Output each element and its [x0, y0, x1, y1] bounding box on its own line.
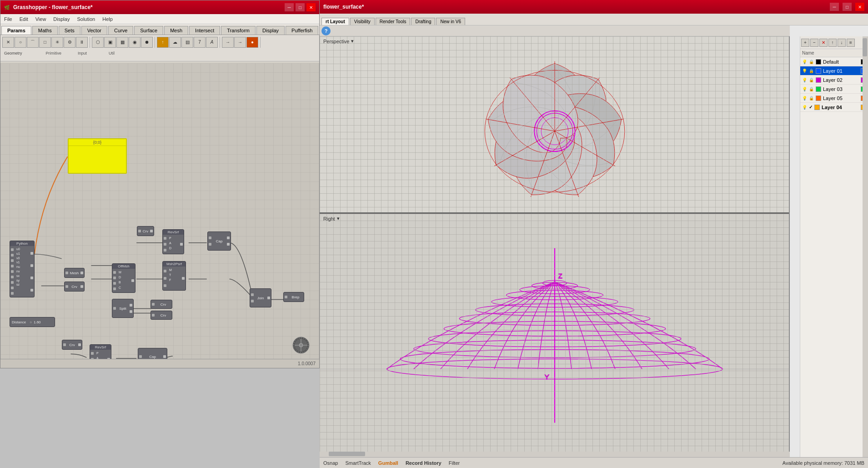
tab-display[interactable]: Display: [256, 26, 285, 35]
tb-circle-btn[interactable]: ○: [15, 37, 26, 48]
tab-maths[interactable]: Maths: [32, 26, 58, 35]
python-node[interactable]: Python u0u1v0v1 nunvsxsysz: [10, 241, 35, 297]
panel-node[interactable]: {0;0}: [68, 138, 127, 174]
status-osnap[interactable]: Osnap: [323, 460, 338, 466]
tb-gear-btn[interactable]: ⚙: [64, 37, 75, 48]
tb-input2[interactable]: ☁: [169, 37, 181, 48]
menu-view[interactable]: View: [32, 15, 50, 23]
tb-input5[interactable]: A: [206, 37, 218, 48]
rhino-minimize[interactable]: ─: [830, 3, 839, 11]
tab-vector[interactable]: Vector: [81, 26, 107, 35]
rhino-maximize[interactable]: □: [843, 3, 852, 11]
layer-default-color[interactable]: [816, 59, 821, 65]
gh-close-btn[interactable]: ✕: [306, 3, 316, 11]
crv-split-b[interactable]: Crv: [151, 311, 172, 320]
layer-delete-btn[interactable]: −: [810, 39, 818, 47]
tb-prim1[interactable]: ⬡: [92, 37, 104, 48]
layer-01-color[interactable]: [816, 68, 821, 74]
help-btn[interactable]: ?: [321, 26, 331, 35]
crv-node-feed[interactable]: Crv: [137, 226, 154, 236]
status-record-history[interactable]: Record History: [406, 460, 442, 466]
layer-x-btn[interactable]: ✕: [819, 39, 828, 47]
tab-mesh[interactable]: Mesh: [164, 26, 188, 35]
layer-04[interactable]: 💡 ✓ Layer 04: [800, 103, 868, 112]
menu-edit[interactable]: Edit: [16, 15, 32, 23]
gh-minimize-btn[interactable]: ─: [285, 3, 294, 11]
tab-params[interactable]: Params: [1, 26, 31, 35]
tb-arc-btn[interactable]: ⌒: [27, 37, 39, 48]
tb-input4[interactable]: 7: [194, 37, 206, 48]
tb-input3[interactable]: ▤: [181, 37, 193, 48]
tb-box-btn[interactable]: □: [39, 37, 51, 48]
layer-add-btn[interactable]: +: [801, 39, 809, 47]
tab-surface[interactable]: Surface: [134, 26, 163, 35]
menu-help[interactable]: Help: [99, 15, 116, 23]
layer-expand-btn[interactable]: ≡: [847, 39, 855, 47]
status-gumball[interactable]: Gumball: [378, 460, 398, 466]
cap-node1[interactable]: Cap: [207, 231, 231, 251]
tb-input1[interactable]: ↑: [157, 37, 169, 48]
viewport-right[interactable]: Right ▾: [320, 214, 790, 457]
msh2psrf-node[interactable]: Msh2Psrf MTF: [162, 261, 186, 291]
layer-01[interactable]: 💡 🔒 Layer 01: [800, 66, 868, 75]
gh-canvas[interactable]: {0;0} Python u0u1v0v1 nun: [0, 63, 319, 368]
tb-x-btn[interactable]: ✕: [2, 37, 14, 48]
layer-up-btn[interactable]: ↑: [828, 39, 837, 47]
tb-util3[interactable]: ●: [246, 37, 258, 48]
rtab-new[interactable]: New in V6: [436, 18, 465, 25]
tb-util1[interactable]: →: [222, 37, 234, 48]
tab-intersect[interactable]: Intersect: [189, 26, 220, 35]
nav-cube[interactable]: [292, 336, 310, 354]
tb-prim2[interactable]: ▣: [104, 37, 116, 48]
rtab-drafting[interactable]: Drafting: [411, 18, 435, 25]
crv-node-top[interactable]: Crv: [64, 282, 85, 292]
right-label-container[interactable]: Right ▾: [323, 216, 340, 221]
rhino-scrollbar-v[interactable]: [863, 36, 868, 457]
split-node[interactable]: Split: [112, 299, 134, 318]
status-smarttrack[interactable]: SmartTrack: [345, 460, 371, 466]
rtab-render[interactable]: Render Tools: [376, 18, 411, 25]
rhino-scrollbar-h[interactable]: [320, 452, 790, 457]
rhino-close[interactable]: ✕: [855, 3, 864, 11]
tab-sets[interactable]: Sets: [59, 26, 80, 35]
vp-perspective-bg: Perspective ▾: [320, 36, 790, 212]
tab-transform[interactable]: Transform: [221, 26, 256, 35]
geometry-label: Geometry: [4, 51, 22, 55]
right-dropdown-icon[interactable]: ▾: [337, 216, 340, 221]
tb-prim3[interactable]: ▦: [116, 37, 128, 48]
layer-default[interactable]: 💡 🔒 Default: [800, 57, 868, 66]
layer-03[interactable]: 💡 🔒 Layer 03: [800, 85, 868, 94]
tab-pufferfish[interactable]: Pufferfish: [286, 26, 318, 35]
layer-down-btn[interactable]: ↓: [838, 39, 846, 47]
mesh-node[interactable]: Mesh: [64, 268, 85, 278]
layer-04-color[interactable]: [814, 105, 820, 110]
rtab-layout[interactable]: rt Layout: [321, 18, 349, 25]
tb-prim4[interactable]: ◉: [129, 37, 140, 48]
menu-solution[interactable]: Solution: [73, 15, 99, 23]
menu-file[interactable]: File: [0, 15, 16, 23]
rtab-visibility[interactable]: Visibility: [350, 18, 375, 25]
menu-display[interactable]: Display: [50, 15, 73, 23]
perspective-label-container[interactable]: Perspective ▾: [323, 38, 354, 44]
tb-util2[interactable]: →: [234, 37, 246, 48]
tb-prim5[interactable]: ⏺: [141, 37, 153, 48]
perspective-dropdown-icon[interactable]: ▾: [351, 38, 354, 44]
tab-curve[interactable]: Curve: [108, 26, 133, 35]
layer-02-color[interactable]: [816, 77, 821, 83]
layer-03-color[interactable]: [816, 86, 821, 92]
distance-node[interactable]: Distance ○ 1.60: [10, 317, 55, 327]
layer-05-color[interactable]: [816, 96, 821, 101]
viewport-perspective[interactable]: Perspective ▾: [320, 36, 790, 214]
tb-pause-btn[interactable]: ⏸: [76, 37, 88, 48]
layer-05[interactable]: 💡 🔒 Layer 05: [800, 94, 868, 103]
crv-bottom-left[interactable]: Crv: [62, 340, 82, 350]
revsrf-node1[interactable]: RevSrf PAD: [162, 229, 184, 254]
brep-node[interactable]: Brep: [283, 292, 304, 302]
status-filter[interactable]: Filter: [449, 460, 460, 466]
tb-sun-btn[interactable]: ✳: [51, 37, 63, 48]
crv-split-a[interactable]: Crv: [151, 300, 172, 309]
gh-maximize-btn[interactable]: □: [296, 3, 305, 11]
offmsh-node[interactable]: OffMsh MDBC: [112, 263, 135, 293]
join-node[interactable]: Join: [250, 288, 271, 307]
layer-02[interactable]: 💡 🔒 Layer 02: [800, 75, 868, 85]
